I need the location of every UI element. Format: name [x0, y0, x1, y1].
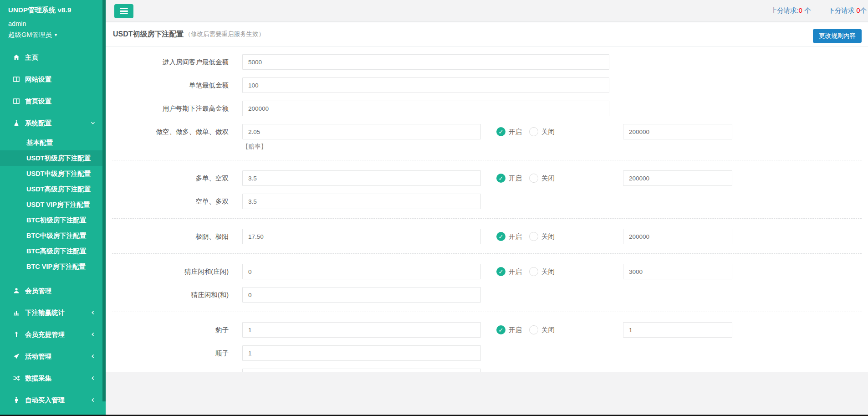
form-row: 猜庄闲和(庄闲) ✓ 开启 关闭 — [106, 264, 868, 279]
radio-on-label: 开启 — [509, 174, 522, 183]
submenu-item-btc-primary[interactable]: BTC初级房下注配置 — [0, 212, 106, 228]
sidebar-item-bet-stats[interactable]: 下注输赢统计 — [0, 302, 106, 324]
banker-player-limit-input[interactable] — [623, 264, 732, 279]
field-label: 空单、多双 — [106, 194, 242, 206]
sidebar-item-label: 系统配置 — [25, 119, 51, 128]
radio-unchecked-icon — [529, 127, 538, 136]
radio-off[interactable]: 关闭 — [529, 267, 555, 276]
down-request-link[interactable]: 下分请求 0个 — [828, 6, 867, 15]
radio-on-label: 开启 — [509, 267, 522, 276]
form-row: 多单、空双 ✓ 开启 关闭 — [106, 170, 868, 186]
sidebar-item-members[interactable]: 会员管理 — [0, 280, 106, 302]
radio-checked-icon: ✓ — [496, 127, 505, 136]
sidebar-item-label: 数据采集 — [25, 374, 51, 383]
leopard-limit-input[interactable] — [623, 322, 732, 338]
field-label: 做空、做多、做单、做双 — [106, 124, 242, 136]
enter-room-min-amount-input[interactable] — [242, 54, 609, 70]
window-icon — [13, 76, 20, 83]
up-request-suffix: 个 — [802, 7, 811, 14]
submenu-item-btc-vip[interactable]: BTC VIP房下注配置 — [0, 259, 106, 274]
submenu-item-basic-config[interactable]: 基本配置 — [0, 135, 106, 150]
brand-title: UNDP管理系统 v8.9 — [0, 0, 106, 15]
sidebar-item-activities[interactable]: 活动管理 — [0, 345, 106, 367]
field-label — [106, 369, 242, 372]
sidebar-scrollbar[interactable] — [102, 0, 106, 401]
odds-help-text: 【赔率】 — [242, 143, 481, 151]
radio-on[interactable]: ✓ 开启 — [496, 232, 522, 241]
up-request-label: 上分请求: — [771, 7, 799, 14]
extreme-yin-yang-limit-input[interactable] — [623, 229, 732, 244]
sidebar-item-label: 自动买入管理 — [25, 396, 65, 405]
sidebar-item-deposit-withdraw[interactable]: 会员充提管理 — [0, 324, 106, 345]
single-bet-min-amount-input[interactable] — [242, 77, 609, 93]
sidebar-item-auto-buy[interactable]: 自动买入管理 — [0, 389, 106, 411]
cropped-odds-input[interactable] — [242, 369, 481, 372]
content-background — [106, 372, 868, 415]
period-max-bet-amount-input[interactable] — [242, 101, 609, 116]
sidebar-item-system-config[interactable]: 系统配置 — [0, 112, 106, 134]
window-icon — [13, 98, 20, 105]
up-request-link[interactable]: 上分请求:0 个 — [771, 6, 811, 15]
radio-on[interactable]: ✓ 开启 — [496, 267, 522, 276]
sidebar-item-label: 会员管理 — [25, 287, 51, 295]
short-long-single-double-limit-input[interactable] — [623, 124, 732, 139]
submenu-item-usdt-high[interactable]: USDT高级房下注配置 — [0, 181, 106, 197]
role-label: 超级GM管理员 — [8, 31, 52, 39]
form-row: 空单、多双 — [106, 194, 868, 209]
male-icon — [13, 396, 20, 404]
radio-off[interactable]: 关闭 — [529, 325, 555, 334]
form-row: 用户每期下注最高金额 — [106, 101, 868, 116]
sidebar-item-data-collect[interactable]: 数据采集 — [0, 367, 106, 389]
toggle-group: ✓ 开启 关闭 — [496, 264, 623, 276]
field-label: 猜庄闲和(和) — [106, 287, 242, 299]
field-label: 猜庄闲和(庄闲) — [106, 264, 242, 276]
short-long-single-double-odds-input[interactable] — [242, 124, 481, 139]
long-single-short-double-limit-input[interactable] — [623, 170, 732, 186]
sidebar-item-home[interactable]: 主页 — [0, 46, 106, 68]
divider — [112, 253, 862, 254]
chevron-left-icon — [90, 310, 96, 315]
tie-odds-input[interactable] — [242, 287, 481, 303]
straight-odds-input[interactable] — [242, 345, 481, 361]
radio-off[interactable]: 关闭 — [529, 174, 555, 183]
radio-checked-icon: ✓ — [496, 232, 505, 241]
radio-off-label: 关闭 — [541, 232, 555, 241]
chevron-left-icon — [90, 375, 96, 381]
username: admin — [0, 15, 106, 27]
titlebar: USDT初级房下注配置 （修改后需要重启服务生效） 更改规则内容 — [106, 22, 868, 46]
toggle-group: ✓ 开启 关闭 — [496, 170, 623, 183]
submenu-item-usdt-middle[interactable]: USDT中级房下注配置 — [0, 166, 106, 181]
radio-off-label: 关闭 — [541, 326, 555, 334]
change-rule-button[interactable]: 更改规则内容 — [813, 29, 862, 43]
banker-player-odds-input[interactable] — [242, 264, 481, 279]
radio-off-label: 关闭 — [541, 128, 555, 136]
toggle-group: ✓ 开启 关闭 — [496, 229, 623, 241]
radio-on[interactable]: ✓ 开启 — [496, 127, 522, 136]
radio-unchecked-icon — [529, 174, 538, 183]
field-label: 单笔最低金额 — [106, 77, 242, 90]
shuffle-icon — [13, 375, 20, 382]
short-single-long-double-odds-input[interactable] — [242, 194, 481, 209]
submenu-item-usdt-primary[interactable]: USDT初级房下注配置 — [0, 150, 106, 166]
radio-unchecked-icon — [529, 232, 538, 241]
radio-off-label: 关闭 — [541, 267, 555, 276]
sidebar-toggle-button[interactable] — [114, 4, 133, 18]
submenu-item-btc-middle[interactable]: BTC中级房下注配置 — [0, 228, 106, 243]
radio-on[interactable]: ✓ 开启 — [496, 325, 522, 334]
radio-on-label: 开启 — [509, 128, 522, 136]
sidebar-item-site-settings[interactable]: 网站设置 — [0, 68, 106, 90]
down-request-suffix: 个 — [860, 7, 867, 14]
leopard-odds-input[interactable] — [242, 322, 481, 338]
long-single-short-double-odds-input[interactable] — [242, 170, 481, 186]
extreme-yin-yang-odds-input[interactable] — [242, 229, 481, 244]
radio-on[interactable]: ✓ 开启 — [496, 174, 522, 183]
sidebar-item-homepage-settings[interactable]: 首页设置 — [0, 90, 106, 112]
chevron-left-icon — [90, 332, 96, 337]
role-dropdown[interactable]: 超级GM管理员 ▾ — [0, 27, 106, 39]
submenu-item-usdt-vip[interactable]: USDT VIP房下注配置 — [0, 197, 106, 212]
main-area: 上分请求:0 个 下分请求 0个 USDT初级房下注配置 （修改后需要重启服务生… — [106, 0, 868, 416]
radio-off[interactable]: 关闭 — [529, 232, 555, 241]
topbar-links: 上分请求:0 个 下分请求 0个 — [771, 0, 867, 21]
submenu-item-btc-high[interactable]: BTC高级房下注配置 — [0, 243, 106, 259]
radio-off[interactable]: 关闭 — [529, 127, 555, 136]
